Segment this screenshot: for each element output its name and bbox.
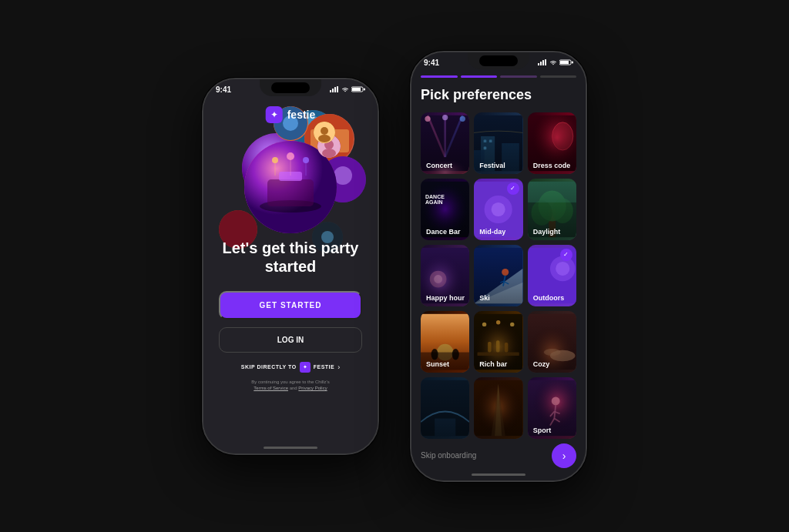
svg-rect-39 (542, 60, 544, 65)
signal-icon (330, 86, 339, 92)
progress-1 (421, 75, 458, 78)
card-overlay (421, 377, 469, 439)
pref-card-richbar[interactable]: Rich bar (474, 311, 522, 373)
privacy-link[interactable]: Privacy Policy (298, 386, 327, 390)
dance-bar-text: DANCEAGAIN (425, 194, 445, 206)
prefs-bottom: Skip onboarding › (421, 443, 576, 468)
pref-card-dresscode[interactable]: Dress code (528, 112, 576, 174)
svg-rect-6 (364, 89, 365, 91)
app-logo: ✦ festie (266, 106, 316, 123)
right-phone: 9:41 (410, 51, 587, 482)
notch-inner-right (479, 55, 518, 66)
next-button[interactable]: › (552, 443, 576, 468)
skip-onboarding[interactable]: Skip onboarding (421, 451, 476, 460)
app-name: festie (287, 109, 316, 121)
pref-label-daylight: Daylight (533, 228, 561, 236)
terms-link[interactable]: Terms of Service (253, 386, 288, 390)
svg-rect-40 (545, 59, 546, 65)
phones-container: 9:41 (186, 35, 603, 497)
legal-prefix: By continuing you agree to the Chillz's (251, 380, 330, 384)
svg-rect-43 (572, 62, 573, 64)
skip-arrow: › (337, 363, 340, 371)
pref-card-concert[interactable]: Concert (421, 112, 469, 174)
pref-label-dancebar: Dance Bar (426, 228, 461, 236)
pref-label-midday: Mid-day (479, 228, 505, 236)
pref-card-ski[interactable]: Ski (474, 245, 522, 306)
pref-label-richbar: Rich bar (479, 360, 507, 368)
prefs-screen: 9:41 (411, 52, 586, 480)
welcome-content: Let's get this party started GET STARTED… (203, 239, 378, 392)
svg-rect-23 (267, 179, 314, 206)
svg-rect-5 (352, 88, 361, 91)
legal-text: By continuing you agree to the Chillz's … (219, 379, 362, 392)
svg-rect-1 (332, 89, 334, 92)
prefs-content: Pick preferences (411, 75, 586, 480)
home-indicator-left (264, 447, 317, 449)
pref-card-sunset[interactable]: Sunset (421, 311, 469, 373)
login-button[interactable]: LOG IN (219, 327, 362, 353)
avatar-2 (314, 122, 335, 143)
welcome-title: Let's get this party started (219, 239, 362, 276)
next-arrow: › (562, 450, 566, 462)
svg-rect-38 (540, 62, 542, 65)
skip-app-name: FESTIE (314, 364, 335, 370)
svg-rect-2 (334, 87, 336, 92)
pref-label-dresscode: Dress code (533, 162, 571, 169)
time-right: 9:41 (424, 59, 439, 67)
svg-rect-37 (538, 63, 539, 65)
notch-inner-left (271, 82, 310, 93)
svg-point-33 (322, 149, 336, 158)
pref-label-ski: Ski (479, 294, 490, 302)
pref-card-bottom1[interactable] (421, 377, 469, 439)
skip-label: SKIP DIRECTLY TO (241, 364, 297, 370)
wifi-icon-right (549, 59, 557, 65)
pref-label-sport: Sport (533, 427, 552, 434)
status-icons-left (330, 86, 365, 92)
svg-point-35 (321, 127, 328, 135)
festie-small-icon: ✦ (300, 362, 311, 373)
check-midday: ✓ (507, 182, 519, 195)
pref-label-cozy: Cozy (533, 360, 550, 368)
home-indicator-right (472, 473, 525, 476)
pref-label-concert: Concert (426, 162, 452, 169)
time-left: 9:41 (216, 85, 231, 94)
pref-card-outdoors[interactable]: ✓ Outdoors (528, 245, 576, 306)
pref-card-happyhour[interactable]: Happy hour (421, 245, 469, 306)
status-icons-right (538, 59, 573, 65)
welcome-screen: 9:41 (203, 79, 378, 453)
svg-rect-3 (337, 86, 338, 92)
pref-card-dancebar[interactable]: DANCEAGAIN Dance Bar (421, 179, 469, 240)
get-started-button[interactable]: GET STARTED (219, 291, 362, 320)
svg-rect-0 (330, 90, 331, 92)
skip-row[interactable]: SKIP DIRECTLY TO ✦ FESTIE › (219, 362, 362, 373)
progress-4 (540, 75, 577, 78)
pref-card-daylight[interactable]: Daylight (528, 179, 576, 240)
pref-card-sport[interactable]: Sport (528, 377, 576, 439)
signal-icon-right (538, 59, 547, 65)
notch-right (468, 52, 529, 69)
wifi-icon (341, 86, 349, 92)
battery-icon (351, 86, 365, 92)
festie-icon: ✦ (266, 106, 283, 123)
pref-card-festival[interactable]: Festival (474, 112, 522, 174)
progress-3 (500, 75, 537, 78)
notch-left (260, 79, 321, 96)
battery-icon-right (559, 59, 573, 65)
check-outdoors: ✓ (560, 249, 572, 261)
card-overlay (474, 377, 522, 439)
pref-card-bottom2[interactable] (474, 377, 522, 439)
svg-rect-42 (560, 61, 569, 64)
pref-label-happyhour: Happy hour (426, 294, 465, 302)
pref-label-outdoors: Outdoors (533, 294, 565, 302)
pref-card-midday[interactable]: ✓ Mid-day (474, 179, 522, 240)
left-phone: 9:41 (202, 78, 379, 455)
progress-2 (461, 75, 498, 78)
legal-and: and (290, 386, 297, 390)
pref-label-festival: Festival (479, 162, 505, 169)
progress-bar (421, 75, 576, 78)
pref-label-sunset: Sunset (426, 360, 449, 368)
svg-point-36 (318, 135, 331, 142)
pref-card-cozy[interactable]: Cozy (528, 311, 576, 373)
prefs-title: Pick preferences (421, 87, 576, 103)
prefs-grid: Concert (421, 112, 576, 439)
